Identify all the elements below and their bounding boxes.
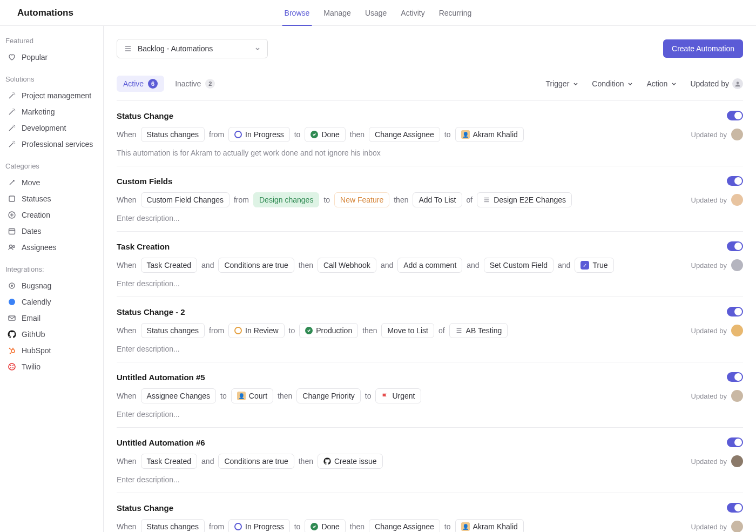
avatar[interactable] [731,455,743,467]
avatar[interactable] [731,259,743,271]
sidebar-item-marketing[interactable]: Marketing [5,104,98,120]
rule-chip[interactable]: Change Assignee [369,127,440,142]
rule-chip[interactable]: Conditions are true [218,258,294,273]
automation-toggle[interactable] [727,241,743,251]
sidebar-item-professional-services[interactable]: Professional services [5,136,98,152]
sidebar-item-development[interactable]: Development [5,120,98,136]
automation-toggle[interactable] [727,176,743,186]
automation-toggle[interactable] [727,111,743,120]
automation-item[interactable]: Status ChangeWhenStatus changesfrom In P… [117,100,743,166]
sidebar-item-assignees[interactable]: Assignees [5,239,98,255]
sidebar-item-move[interactable]: Move [5,174,98,191]
automation-toggle[interactable] [727,307,743,316]
topnav-recurring[interactable]: Recurring [439,0,472,26]
svg-point-7 [13,246,15,248]
rule-chip[interactable]: Conditions are true [218,454,294,469]
rule-chip[interactable]: Call Webhook [318,258,376,273]
rule-chip[interactable]: 👤 Court [231,388,273,403]
automation-item[interactable]: Custom FieldsWhenCustom Field Changesfro… [117,166,743,231]
rule-connector: When [117,522,137,531]
sidebar-item-label: Assignees [22,243,57,252]
rule-chip[interactable]: In Progress [228,127,290,142]
topnav-usage[interactable]: Usage [365,0,387,26]
rule-chip[interactable]: AB Testing [449,323,508,338]
sidebar-item-dates[interactable]: Dates [5,223,98,239]
topnav-activity[interactable]: Activity [401,0,424,26]
rule-chip[interactable]: Urgent [375,388,421,403]
rule-chip[interactable]: Design changes [253,192,319,207]
rule-chip[interactable]: Done [305,519,345,532]
automation-toggle[interactable] [727,503,743,513]
rule-chip[interactable]: Status changes [141,127,205,142]
board-selector[interactable]: Backlog - Automations [117,39,268,58]
sidebar-item-project-management[interactable]: Project management [5,87,98,104]
automation-title: Untitled Automation #5 [117,373,205,382]
rule-chip[interactable]: Status changes [141,323,205,338]
automation-title: Status Change [117,111,173,120]
rule-chip[interactable]: Custom Field Changes [141,192,230,207]
automation-item[interactable]: Untitled Automation #6WhenTask Createdan… [117,427,743,493]
tab-active[interactable]: Active 6 [117,76,164,92]
rule-chip[interactable]: New Feature [334,192,389,207]
filter-trigger[interactable]: Trigger [545,79,579,88]
create-automation-button[interactable]: Create Automation [663,39,743,58]
automation-item[interactable]: Status Change - 2WhenStatus changesfrom … [117,297,743,362]
rule-connector: When [117,326,137,335]
rule-connector: then [362,326,377,335]
avatar[interactable] [731,325,743,336]
topnav-manage[interactable]: Manage [323,0,351,26]
rule-chip[interactable]: Task Created [141,454,197,469]
sidebar-item-creation[interactable]: Creation [5,207,98,223]
rule-chip[interactable]: In Progress [228,519,290,532]
sidebar-item-popular[interactable]: Popular [5,49,98,65]
hubspot-icon [8,346,16,355]
svg-point-14 [9,348,11,349]
rule-chip[interactable]: Change Priority [296,388,361,403]
automation-item[interactable]: Status ChangeWhenStatus changesfrom In P… [117,493,743,532]
rule-chip[interactable]: Design E2E Changes [477,192,572,207]
automation-toggle[interactable] [727,437,743,447]
topnav-browse[interactable]: Browse [285,0,310,26]
avatar[interactable] [731,194,743,206]
rule-chip[interactable]: Add a comment [397,258,462,273]
rule-chip[interactable]: Set Custom Field [484,258,554,273]
rule-chip[interactable]: Assignee Changes [141,388,217,403]
rule-chip[interactable]: Done [305,127,345,142]
wand-icon [8,124,16,132]
rule-chip[interactable]: ✓ True [575,258,613,273]
rule-chip[interactable]: In Review [228,323,284,338]
automation-rule: WhenTask CreatedandConditions are trueth… [117,258,743,273]
avatar[interactable] [731,129,743,140]
rule-connector: from [209,326,224,335]
tab-inactive[interactable]: Inactive 2 [168,76,221,92]
rule-chip[interactable]: Task Created [141,258,197,273]
sidebar-item-hubspot[interactable]: HubSpot [5,342,98,359]
sidebar-item-email[interactable]: Email [5,310,98,326]
automation-item[interactable]: Task CreationWhenTask CreatedandConditio… [117,231,743,297]
automation-title: Untitled Automation #6 [117,438,205,447]
rule-chip[interactable]: Production [299,323,358,338]
rule-chip[interactable]: Status changes [141,519,205,532]
automation-rule: WhenStatus changesfrom In Progressto Don… [117,519,743,532]
automation-toggle[interactable] [727,372,743,382]
filter-condition[interactable]: Condition [592,79,633,88]
rule-chip[interactable]: 👤 Akram Khalid [455,127,524,142]
avatar[interactable] [731,390,743,402]
sidebar-item-twilio[interactable]: Twilio [5,359,98,375]
avatar[interactable] [731,521,743,532]
svg-point-17 [9,363,15,370]
rule-chip[interactable]: 👤 Akram Khalid [455,519,524,532]
filter-updated-by[interactable]: Updated by [690,78,743,89]
rule-chip[interactable]: Move to List [381,323,434,338]
rule-chip[interactable]: Create issue [318,454,383,469]
sidebar-item-github[interactable]: GithUb [5,326,98,342]
automation-item[interactable]: Untitled Automation #5WhenAssignee Chang… [117,362,743,427]
automation-rule: WhenAssignee Changesto👤 CourtthenChange … [117,388,743,403]
sidebar-item-calendly[interactable]: Calendly [5,294,98,310]
sidebar-item-bugsnag[interactable]: Bugsnag [5,278,98,294]
rule-chip[interactable]: Change Assignee [369,519,440,532]
sidebar-item-statuses[interactable]: Statuses [5,191,98,207]
filter-action[interactable]: Action [646,79,677,88]
rule-connector: from [209,130,224,139]
rule-chip[interactable]: Add To List [413,192,462,207]
